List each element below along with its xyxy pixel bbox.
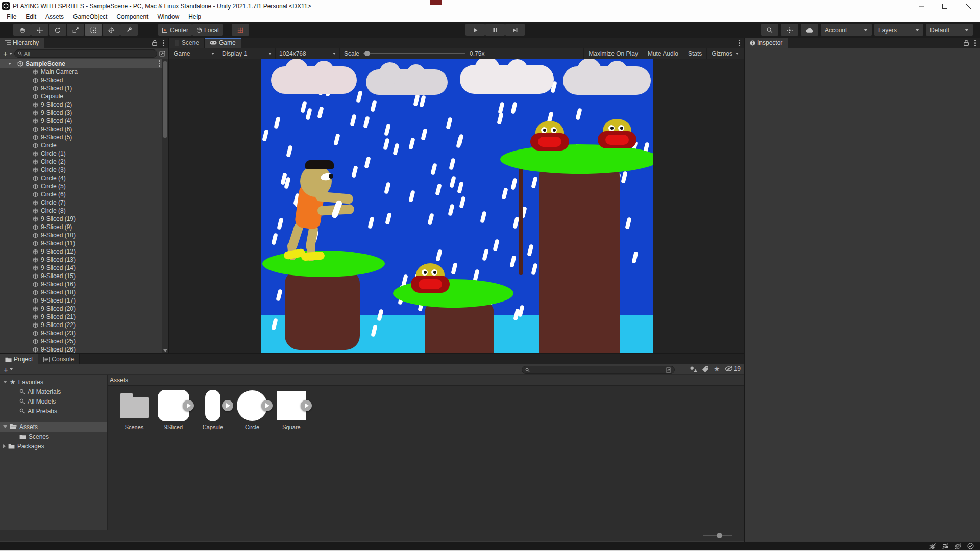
collab-disabled-icon[interactable] [942, 543, 949, 549]
project-sidebar-item[interactable]: Packages [0, 441, 107, 451]
hierarchy-item[interactable]: Circle (7) [0, 198, 168, 207]
hierarchy-scrollbar[interactable] [162, 59, 168, 353]
hierarchy-item[interactable]: 9-Sliced (20) [0, 305, 168, 313]
scrollbar-thumb[interactable] [163, 61, 167, 138]
scene-tab[interactable]: Scene [169, 38, 205, 48]
layers-dropdown[interactable]: Layers [874, 24, 923, 36]
expand-asset-icon[interactable] [301, 400, 312, 411]
menu-edit[interactable]: Edit [21, 13, 41, 20]
grid-snap-button[interactable] [232, 24, 249, 36]
hierarchy-item[interactable]: Circle (6) [0, 190, 168, 198]
custom-tool-button[interactable] [120, 24, 138, 36]
status-ok-icon[interactable] [967, 543, 974, 549]
hierarchy-item[interactable]: 9-Sliced (11) [0, 239, 168, 247]
open-search-window-icon[interactable] [159, 51, 165, 57]
menu-gameobject[interactable]: GameObject [68, 13, 112, 20]
hierarchy-item[interactable]: 9-Sliced [0, 76, 168, 84]
hierarchy-menu-icon[interactable] [163, 42, 164, 44]
hierarchy-item[interactable]: 9-Sliced (10) [0, 231, 168, 239]
inspector-menu-icon[interactable] [974, 42, 976, 44]
lock-icon[interactable] [963, 40, 969, 46]
menu-help[interactable]: Help [184, 13, 206, 20]
project-tab[interactable]: Project [0, 354, 38, 364]
hand-tool-button[interactable] [13, 24, 31, 36]
project-sidebar-item[interactable]: ★Favorites [0, 377, 107, 387]
space-toggle-button[interactable]: Local [192, 24, 223, 36]
hierarchy-search-input[interactable]: All [14, 49, 157, 58]
project-sidebar-item[interactable]: All Models [0, 396, 107, 406]
hierarchy-item[interactable]: 9-Sliced (13) [0, 256, 168, 264]
maximize-on-play-button[interactable]: Maximize On Play [583, 48, 643, 59]
lock-icon[interactable] [152, 40, 158, 46]
hierarchy-item[interactable]: 9-Sliced (22) [0, 321, 168, 329]
asset-item[interactable]: Square [275, 390, 308, 430]
hierarchy-item[interactable]: Circle (3) [0, 166, 168, 174]
menu-component[interactable]: Component [112, 13, 153, 20]
hierarchy-item[interactable]: 9-Sliced (1) [0, 84, 168, 92]
step-button[interactable] [505, 24, 525, 36]
hierarchy-item[interactable]: Circle (2) [0, 158, 168, 166]
hierarchy-item[interactable]: 9-Sliced (23) [0, 329, 168, 337]
search-button[interactable] [761, 24, 778, 36]
asset-item[interactable]: Circle [236, 390, 268, 430]
project-search-input[interactable] [522, 366, 675, 374]
move-tool-button[interactable] [31, 24, 48, 36]
display-target-dropdown[interactable]: Display 1 [218, 48, 276, 59]
hierarchy-item[interactable]: 9-Sliced (12) [0, 247, 168, 256]
hierarchy-item[interactable]: 9-Sliced (15) [0, 272, 168, 280]
scene-menu-icon[interactable] [159, 63, 160, 64]
rect-tool-button[interactable] [85, 24, 102, 36]
expand-asset-icon[interactable] [183, 400, 194, 411]
expand-asset-icon[interactable] [261, 400, 273, 411]
mute-audio-button[interactable]: Mute Audio [643, 48, 683, 59]
search-by-type-icon[interactable] [690, 366, 697, 372]
game-scene[interactable] [261, 59, 653, 353]
hierarchy-item[interactable]: 9-Sliced (19) [0, 215, 168, 223]
hierarchy-item[interactable]: 9-Sliced (17) [0, 296, 168, 305]
gizmos-dropdown[interactable]: Gizmos [706, 48, 743, 59]
resolution-dropdown[interactable]: 1024x768 [276, 48, 340, 59]
asset-item[interactable]: Scenes [118, 390, 151, 430]
asset-item[interactable]: 9Sliced [157, 390, 190, 430]
hierarchy-create-button[interactable]: + [3, 49, 12, 58]
scroll-down-icon[interactable] [163, 349, 167, 352]
hierarchy-item[interactable]: 9-Sliced (21) [0, 313, 168, 321]
project-sidebar-item[interactable]: All Materials [0, 387, 107, 396]
scale-slider-knob[interactable] [364, 51, 370, 56]
account-dropdown[interactable]: Account [821, 24, 872, 36]
display-mode-dropdown[interactable]: Game [170, 48, 218, 59]
hierarchy-item[interactable]: Circle [0, 141, 168, 149]
menu-assets[interactable]: Assets [41, 13, 68, 20]
console-tab[interactable]: Console [38, 354, 80, 364]
maximize-button[interactable] [933, 0, 957, 12]
hierarchy-item[interactable]: Capsule [0, 92, 168, 101]
hierarchy-tab[interactable]: Hierarchy [0, 38, 44, 48]
project-sidebar-item[interactable]: All Prefabs [0, 406, 107, 416]
project-create-button[interactable]: + [4, 365, 13, 374]
thumbnail-size-slider[interactable] [703, 535, 732, 536]
hierarchy-item[interactable]: 9-Sliced (2) [0, 101, 168, 109]
asset-item[interactable]: Capsule [197, 390, 229, 430]
hierarchy-scene-row[interactable]: SampleScene [0, 59, 168, 68]
cloud-button[interactable] [801, 24, 818, 36]
search-by-label-icon[interactable] [702, 366, 709, 372]
transform-tool-button[interactable] [103, 24, 120, 36]
open-search-window-icon[interactable] [666, 367, 671, 373]
rotate-tool-button[interactable] [49, 24, 66, 36]
hidden-count-icon[interactable] [725, 366, 733, 372]
cache-disabled-icon[interactable] [954, 543, 962, 549]
stats-button[interactable]: Stats [683, 48, 706, 59]
layout-dropdown[interactable]: Default [926, 24, 973, 36]
project-sidebar-item[interactable]: Assets [0, 422, 107, 432]
scale-slider[interactable] [363, 53, 465, 54]
hierarchy-item[interactable]: Circle (5) [0, 182, 168, 190]
hierarchy-item[interactable]: Main Camera [0, 68, 168, 76]
menu-window[interactable]: Window [153, 13, 184, 20]
expand-asset-icon[interactable] [222, 400, 233, 411]
hierarchy-item[interactable]: 9-Sliced (16) [0, 280, 168, 288]
game-view-menu-icon[interactable] [739, 42, 740, 44]
hierarchy-item[interactable]: 9-Sliced (3) [0, 109, 168, 117]
hierarchy-item[interactable]: 9-Sliced (26) [0, 345, 168, 353]
hierarchy-item[interactable]: 9-Sliced (4) [0, 117, 168, 125]
debugger-disabled-icon[interactable] [929, 543, 936, 549]
